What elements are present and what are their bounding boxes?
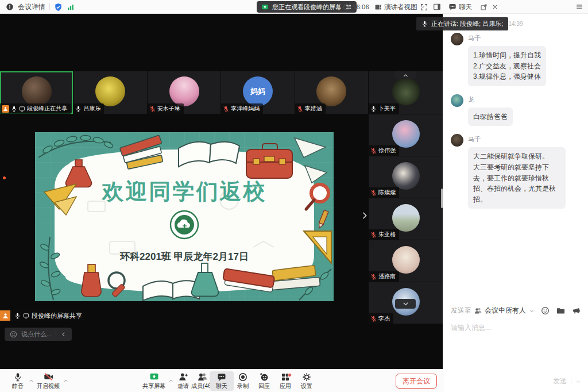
chat-message: 马千 1.珍惜时间，提升自我 2.广交益友，观察社会 3.规律作息，强身健体 [451, 33, 581, 86]
chat-button[interactable]: 聊天 [210, 371, 234, 391]
participant-name: 卜美平 [378, 105, 396, 113]
chat-panel-label: 聊天 [459, 3, 472, 11]
chat-messages[interactable]: 14:39 马千 1.珍惜时间，提升自我 2.广交益友，观察社会 3.规律作息，… [443, 14, 588, 300]
scroll-participants-down-button[interactable] [395, 299, 416, 309]
participant-name: 李杰 [378, 314, 390, 322]
clock-icon [343, 3, 350, 11]
mic-muted-icon [370, 232, 377, 238]
mute-button[interactable]: 静音 [5, 371, 31, 391]
chat-close-button[interactable] [492, 0, 498, 14]
start-video-button[interactable]: 开启视频 [33, 371, 63, 391]
mic-muted-icon [297, 106, 303, 112]
quick-chat-placeholder: 说点什么... [21, 330, 52, 339]
settings-button[interactable]: 设置 [295, 371, 319, 391]
send-to-selector[interactable]: 会议中所有人 [485, 306, 526, 316]
video-tile[interactable]: 李婧涵 [295, 71, 368, 114]
video-tile[interactable]: 安木子琳 [148, 71, 220, 114]
chat-composer: 发送至 会议中所有人 发送 [443, 300, 588, 392]
announcement-button[interactable] [572, 306, 581, 315]
video-tile[interactable]: 妈妈 李泽峰妈妈 [221, 71, 294, 114]
sender-name: 马千 [468, 135, 566, 144]
chevron-down-icon[interactable] [529, 308, 535, 314]
avatar [451, 134, 463, 147]
screen-share-icon [261, 3, 269, 11]
emoji-button[interactable] [541, 306, 550, 315]
participant-name: 李泽峰妈妈 [231, 105, 260, 113]
reactions-button[interactable]: 回应 [252, 371, 276, 391]
avatar [169, 76, 199, 106]
chevron-left-icon[interactable] [60, 331, 67, 337]
quick-chat-input[interactable]: 说点什么... [5, 328, 72, 341]
scrollbar-thumb[interactable] [441, 189, 443, 208]
close-icon [492, 3, 498, 10]
video-tile[interactable]: 吕康乐 [74, 71, 146, 114]
share-screen-label: 共享屏幕 [142, 382, 165, 390]
screen-share-label: 段俊峰的屏幕共享 [0, 310, 86, 321]
video-strip: 段俊峰正在共享 吕康乐 安木子琳 妈妈 [0, 71, 368, 114]
participant-name: 陈燦燦 [378, 189, 396, 197]
record-button[interactable]: 录制 [231, 371, 255, 391]
video-tile[interactable]: 段俊峰正在共享 [0, 71, 73, 114]
file-share-button[interactable] [556, 306, 565, 315]
info-icon [6, 3, 14, 11]
chat-popout-button[interactable] [480, 0, 488, 14]
leave-meeting-button[interactable]: 离开会议 [396, 374, 437, 389]
video-tile[interactable]: 陈燦燦 [369, 156, 443, 198]
participant-name: 潘路南 [378, 272, 396, 280]
chat-bubble-icon [448, 3, 457, 11]
video-tile[interactable]: 朱亚格 [369, 198, 443, 240]
send-button[interactable]: 发送 [553, 376, 567, 386]
avatar [451, 33, 463, 45]
top-bar: 会议详情 您正在观看段俊峰的屏幕 56:06 演讲者视图 聊天 [0, 0, 588, 14]
meeting-stage: 段俊峰正在共享 吕康乐 安木子琳 妈妈 [0, 14, 443, 369]
participant-name: 李婧涵 [305, 105, 322, 113]
watching-screen-banner[interactable]: 您正在观看段俊峰的屏幕 [257, 1, 357, 13]
video-side-column: 卜美平 徐伟强 陈燦燦 朱亚 [369, 71, 443, 324]
network-signal-icon[interactable] [67, 3, 75, 11]
sender-name: 龙 [468, 95, 513, 104]
smiley-icon[interactable] [10, 330, 17, 338]
avatar [392, 78, 420, 105]
slide-subtitle: 环科2201班 甲辰龙年2月17日 [119, 251, 249, 262]
camera-label: 开启视频 [37, 382, 60, 390]
mic-on-icon [11, 106, 17, 112]
side-panel-toggle[interactable] [433, 0, 441, 14]
record-label: 录制 [237, 382, 249, 390]
apps-button[interactable]: 应用 [273, 371, 297, 391]
divider [571, 378, 571, 385]
video-tile[interactable]: 徐伟强 [369, 114, 443, 156]
screen-share-icon [23, 313, 29, 319]
meeting-timer: 56:06 [343, 0, 369, 14]
participant-name: 吕康乐 [83, 105, 100, 113]
video-options-chevron[interactable] [63, 375, 68, 386]
collapse-strip-up-button[interactable] [395, 71, 416, 79]
share-screen-button[interactable]: 共享屏幕 [140, 371, 168, 391]
shared-screen-slide: 欢迎同学们返校 环科2201班 甲辰龙年2月17日 [35, 132, 334, 301]
avatar [316, 76, 346, 106]
message-bubble: 白琛皓爸爸 [468, 107, 513, 126]
slide-artwork: 欢迎同学们返校 环科2201班 甲辰龙年2月17日 [35, 132, 334, 301]
participant-name: 段俊峰正在共享 [27, 105, 67, 113]
next-page-arrow[interactable] [359, 210, 370, 223]
divider [49, 3, 50, 10]
fullscreen-button[interactable] [420, 0, 428, 14]
mic-on-icon [75, 106, 82, 112]
avatar [95, 76, 125, 106]
message-bubble: 1.珍惜时间，提升自我 2.广交益友，观察社会 3.规律作息，强身健体 [468, 46, 546, 86]
chat-menu-button[interactable] [575, 0, 583, 14]
security-shield-icon[interactable] [54, 3, 63, 11]
avatar [22, 76, 52, 106]
message-input[interactable] [451, 324, 581, 332]
speaking-indicator-tooltip: 正在讲话: 段俊峰; 吕康乐; [416, 17, 508, 30]
laser-pointer-dot [3, 176, 6, 179]
mic-icon [421, 21, 428, 27]
meeting-details-button[interactable]: 会议详情 [18, 2, 45, 12]
apps-notification-dot [288, 373, 292, 377]
send-options-chevron[interactable] [575, 379, 581, 385]
video-tile[interactable]: 潘路南 [369, 240, 443, 282]
share-label-text: 段俊峰的屏幕共享 [32, 312, 82, 320]
slide-title: 欢迎同学们返校 [102, 179, 267, 203]
mic-on-icon [14, 313, 21, 319]
mic-muted-icon [149, 106, 156, 112]
view-mode-button[interactable]: 演讲者视图 [374, 0, 425, 14]
